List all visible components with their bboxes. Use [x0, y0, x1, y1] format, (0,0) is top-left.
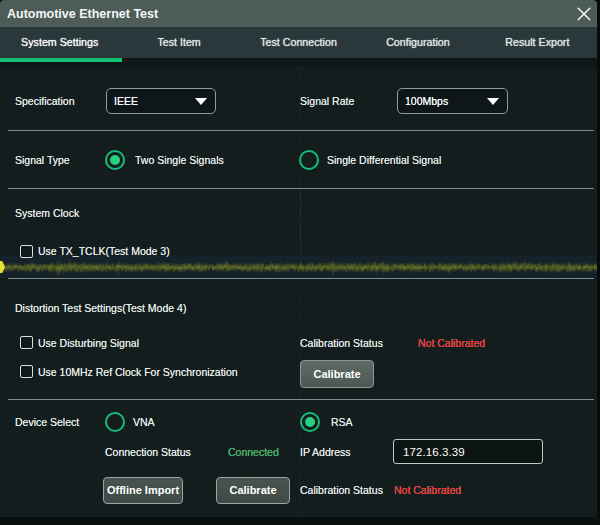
- two-single-signals-label: Two Single Signals: [135, 153, 224, 167]
- radio-rsa[interactable]: [300, 412, 320, 432]
- separator: [8, 188, 594, 189]
- calibration-status-value: Not Calibrated: [418, 336, 485, 350]
- device-select-label: Device Select: [15, 415, 79, 429]
- noise-trace: [0, 255, 600, 279]
- separator: [8, 130, 594, 131]
- active-tab-underline: [0, 58, 122, 62]
- radio-dot: [305, 417, 315, 427]
- device-calibrate-button[interactable]: Calibrate: [216, 477, 290, 504]
- separator: [8, 399, 594, 400]
- connection-status-label: Connection Status: [105, 445, 191, 459]
- signal-rate-dropdown[interactable]: 100Mbps: [397, 88, 508, 114]
- automotive-ethernet-test-dialog: Automotive Ethernet Test System Settings…: [0, 0, 600, 525]
- single-differential-signal-label: Single Differential Signal: [327, 153, 441, 167]
- ip-address-input[interactable]: [393, 439, 543, 464]
- vna-label: VNA: [133, 415, 155, 429]
- offline-import-button[interactable]: Offline Import: [103, 477, 183, 504]
- specification-dropdown[interactable]: IEEE: [106, 88, 216, 114]
- separator: [8, 278, 594, 279]
- scope-waveform-strip: [0, 255, 600, 278]
- connection-status-value: Connected: [228, 445, 279, 459]
- radio-single-differential-signal[interactable]: [299, 150, 319, 170]
- system-clock-heading: System Clock: [15, 206, 79, 220]
- tab-test-item[interactable]: Test Item: [119, 27, 238, 58]
- use-disturbing-signal-checkbox[interactable]: [20, 336, 33, 349]
- use-tx-tclk-checkbox[interactable]: [20, 245, 33, 258]
- radio-dot: [110, 155, 120, 165]
- radio-vna[interactable]: [105, 412, 125, 432]
- rsa-label: RSA: [331, 415, 353, 429]
- dropdown-arrow-icon: [487, 98, 499, 105]
- dialog-title: Automotive Ethernet Test: [7, 0, 158, 27]
- calibration-status-label: Calibration Status: [300, 336, 383, 350]
- signal-rate-label: Signal Rate: [300, 94, 354, 108]
- device-calibration-status-value: Not Calibrated: [394, 483, 461, 497]
- distortion-calibrate-button[interactable]: Calibrate: [300, 360, 374, 388]
- tab-system-settings[interactable]: System Settings: [0, 27, 119, 58]
- distortion-heading: Distortion Test Settings(Test Mode 4): [15, 301, 186, 315]
- close-icon: [576, 6, 592, 22]
- use-10mhz-ref-clock-checkbox[interactable]: [20, 365, 33, 378]
- tab-configuration[interactable]: Configuration: [358, 27, 477, 58]
- tab-result-export[interactable]: Result Export: [478, 27, 597, 58]
- signal-type-label: Signal Type: [15, 153, 70, 167]
- tab-test-connection[interactable]: Test Connection: [239, 27, 358, 58]
- tab-bar: System Settings Test Item Test Connectio…: [0, 27, 597, 58]
- close-button[interactable]: [573, 3, 594, 24]
- ip-address-label: IP Address: [300, 445, 351, 459]
- device-calibration-status-label: Calibration Status: [300, 483, 383, 497]
- use-10mhz-ref-clock-label: Use 10MHz Ref Clock For Synchronization: [38, 365, 238, 379]
- specification-label: Specification: [15, 94, 75, 108]
- use-disturbing-signal-label: Use Disturbing Signal: [38, 336, 139, 350]
- use-tx-tclk-label: Use TX_TCLK(Test Mode 3): [38, 244, 170, 258]
- signal-rate-value: 100Mbps: [405, 89, 448, 113]
- dropdown-arrow-icon: [195, 98, 207, 105]
- radio-two-single-signals[interactable]: [105, 150, 125, 170]
- specification-value: IEEE: [114, 89, 138, 113]
- screen-bottom-edge: [0, 517, 600, 525]
